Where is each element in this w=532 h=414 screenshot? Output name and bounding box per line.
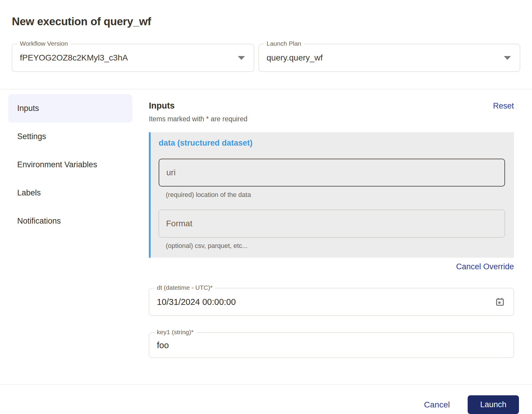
calendar-icon-button[interactable] bbox=[492, 294, 508, 310]
format-input[interactable] bbox=[159, 210, 505, 238]
launch-plan-value: query.query_wf bbox=[259, 53, 323, 63]
sidebar-item-settings[interactable]: Settings bbox=[8, 122, 132, 151]
sidebar-nav: Inputs Settings Environment Variables La… bbox=[8, 94, 132, 235]
sidebar-item-label: Notifications bbox=[17, 216, 61, 226]
dt-input[interactable] bbox=[149, 288, 492, 316]
top-selects-row: Workflow Version fPEYOG2OZ8c2KMyl3_c3hA … bbox=[12, 44, 520, 72]
cancel-override-button[interactable]: Cancel Override bbox=[456, 262, 514, 271]
sidebar-item-environment-variables[interactable]: Environment Variables bbox=[8, 151, 132, 179]
key1-field-label: key1 (string)* bbox=[154, 329, 196, 336]
page-title: New execution of query_wf bbox=[0, 0, 532, 28]
launch-plan-label: Launch Plan bbox=[264, 40, 304, 47]
inputs-heading: Inputs bbox=[149, 101, 175, 111]
sidebar-item-label: Labels bbox=[17, 188, 41, 198]
launch-button[interactable]: Launch bbox=[468, 395, 519, 414]
uri-helper-text: (required) location of the data bbox=[166, 191, 505, 199]
dt-field-label: dt (datetime - UTC)* bbox=[154, 284, 215, 291]
required-note: Items marked with * are required bbox=[149, 115, 514, 123]
uri-input[interactable] bbox=[159, 159, 505, 187]
chevron-down-icon[interactable] bbox=[504, 56, 511, 60]
sidebar-item-label: Settings bbox=[17, 132, 46, 141]
sidebar-item-notifications[interactable]: Notifications bbox=[8, 207, 132, 235]
reset-button[interactable]: Reset bbox=[493, 101, 514, 111]
sidebar-item-inputs[interactable]: Inputs bbox=[8, 94, 132, 122]
workflow-version-label: Workflow Version bbox=[17, 40, 70, 47]
dt-datetime-field: dt (datetime - UTC)* bbox=[149, 288, 514, 316]
sidebar-item-label: Environment Variables bbox=[17, 160, 97, 169]
chevron-down-icon[interactable] bbox=[238, 56, 245, 60]
launch-plan-select[interactable]: Launch Plan query.query_wf bbox=[259, 44, 520, 72]
structured-dataset-label: data (structured dataset) bbox=[159, 138, 505, 148]
new-execution-dialog: New execution of query_wf Workflow Versi… bbox=[0, 0, 532, 414]
workflow-version-select[interactable]: Workflow Version fPEYOG2OZ8c2KMyl3_c3hA bbox=[12, 44, 254, 72]
sidebar-item-labels[interactable]: Labels bbox=[8, 179, 132, 207]
inputs-header: Inputs Reset bbox=[149, 101, 514, 111]
workflow-version-value: fPEYOG2OZ8c2KMyl3_c3hA bbox=[12, 53, 128, 63]
dialog-footer: Cancel Launch bbox=[0, 385, 532, 414]
calendar-icon bbox=[495, 297, 505, 307]
content-area: Inputs Settings Environment Variables La… bbox=[0, 89, 532, 384]
override-actions: Cancel Override bbox=[149, 262, 514, 271]
cancel-button[interactable]: Cancel bbox=[424, 400, 450, 410]
sidebar-item-label: Inputs bbox=[17, 104, 39, 113]
key1-input[interactable] bbox=[149, 333, 514, 358]
format-helper-text: (optional) csv, parquet, etc... bbox=[166, 242, 505, 250]
structured-dataset-group: data (structured dataset) (required) loc… bbox=[149, 132, 514, 258]
inputs-panel: Inputs Reset Items marked with * are req… bbox=[149, 94, 514, 358]
key1-string-field: key1 (string)* bbox=[149, 332, 514, 358]
